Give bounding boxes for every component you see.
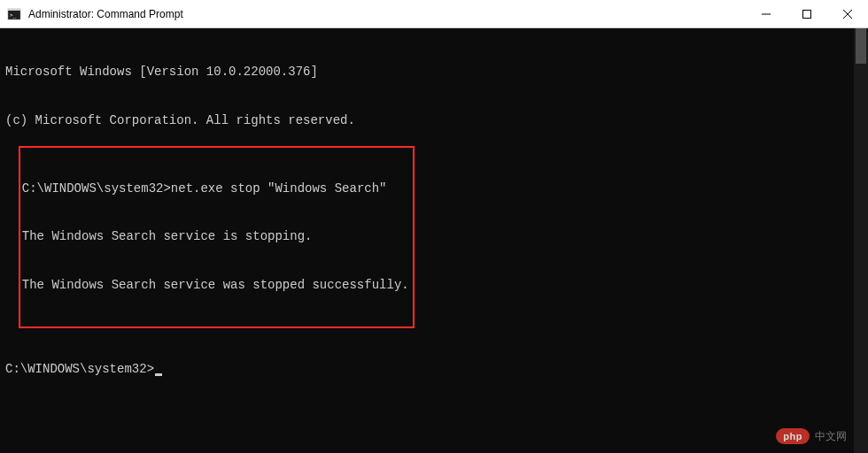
svg-rect-1 <box>8 9 20 11</box>
output-line: The Windows Search service is stopping. <box>20 228 409 244</box>
window-title: Administrator: Command Prompt <box>28 8 183 20</box>
output-line: The Windows Search service was stopped s… <box>20 277 409 293</box>
command-line: C:\WINDOWS\system32>net.exe stop "Window… <box>20 180 409 196</box>
watermark-text: 中文网 <box>815 429 847 444</box>
terminal-output[interactable]: Microsoft Windows [Version 10.0.22000.37… <box>0 28 868 453</box>
minimize-button[interactable] <box>746 0 787 28</box>
close-button[interactable] <box>827 0 868 28</box>
watermark: php 中文网 <box>776 428 847 444</box>
window-titlebar: >_ Administrator: Command Prompt <box>0 0 868 28</box>
current-prompt-line: C:\WINDOWS\system32> <box>5 361 863 377</box>
vertical-scrollbar[interactable] <box>854 28 868 453</box>
prompt-text: C:\WINDOWS\system32> <box>22 181 171 196</box>
version-line: Microsoft Windows [Version 10.0.22000.37… <box>5 64 863 80</box>
svg-text:>_: >_ <box>10 12 17 19</box>
titlebar-left: >_ Administrator: Command Prompt <box>0 7 183 21</box>
prompt-text: C:\WINDOWS\system32> <box>5 362 154 376</box>
command-text: net.exe stop "Windows Search" <box>171 181 387 196</box>
cmd-icon: >_ <box>7 7 21 21</box>
window-controls <box>746 0 868 27</box>
cursor <box>155 373 162 376</box>
svg-rect-4 <box>803 11 811 19</box>
highlighted-command-block: C:\WINDOWS\system32>net.exe stop "Window… <box>19 146 415 328</box>
scrollbar-thumb[interactable] <box>856 28 866 64</box>
watermark-badge: php <box>776 428 810 444</box>
maximize-button[interactable] <box>787 0 827 28</box>
copyright-line: (c) Microsoft Corporation. All rights re… <box>5 112 863 128</box>
